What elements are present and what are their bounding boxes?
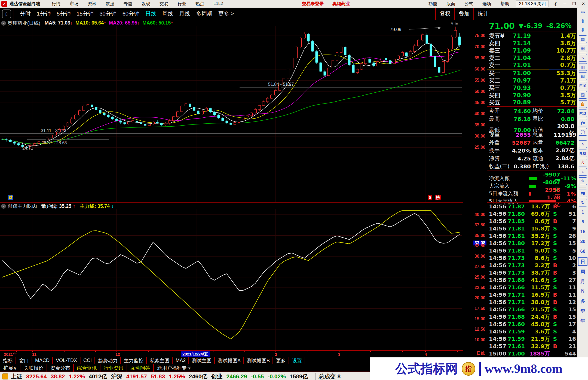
- sell-row[interactable]: 卖三71.0910.7万: [487, 47, 578, 54]
- custom-icon[interactable]: 自: [579, 100, 587, 108]
- indicator-tab[interactable]: 测试幅图B: [244, 357, 273, 364]
- tick-row[interactable]: 14:5671.8017.2万S15: [487, 240, 578, 247]
- menu-item[interactable]: 功能: [428, 1, 437, 7]
- sell-row[interactable]: 卖五¥71.191.4万: [487, 32, 578, 39]
- menu-item[interactable]: 资讯: [88, 1, 96, 7]
- buy-row[interactable]: 买一71.0053.3万: [487, 69, 578, 77]
- tick-row[interactable]: 14:5671.858.6万B7: [487, 218, 578, 225]
- menu-item[interactable]: 行业: [177, 1, 186, 7]
- sell-row[interactable]: 卖一71.010.7万: [487, 61, 578, 69]
- menu-item[interactable]: 市场: [70, 1, 78, 7]
- multi-window-icon[interactable]: ▧: [579, 72, 587, 80]
- menu-item[interactable]: 专题: [124, 1, 132, 7]
- structure-icon[interactable]: ▨: [579, 91, 587, 99]
- main-candle-chart[interactable]: 79.0951.84 - 51.9731.11 - 31.2328.57 - 2…: [0, 26, 463, 202]
- info-tab[interactable]: 资金分布: [47, 364, 74, 372]
- stock-shortcut[interactable]: 奥翔药业: [332, 1, 350, 7]
- strip-period-周[interactable]: 周: [578, 267, 587, 276]
- strip-period-月[interactable]: 月: [578, 276, 587, 286]
- strip-period-季[interactable]: 季: [578, 306, 587, 316]
- indicator-tab[interactable]: VOL-TDX: [53, 357, 80, 364]
- period-tab[interactable]: 30分钟: [100, 10, 117, 17]
- tick-list[interactable]: 14:5671.8713.7万B614:5671.8069.6万S5114:56…: [487, 203, 578, 357]
- rank-number-badge[interactable]: 5: [428, 195, 432, 200]
- period-tab[interactable]: 1分钟: [37, 10, 51, 17]
- strip-period-N[interactable]: N: [578, 286, 587, 296]
- menu-item[interactable]: 公式: [464, 1, 473, 7]
- info-tab[interactable]: 综合资讯: [74, 364, 100, 372]
- info-tab[interactable]: 关联报价: [20, 364, 47, 372]
- menu-item[interactable]: 发现: [142, 1, 150, 7]
- indicator-tab[interactable]: 私募主图: [147, 357, 173, 364]
- scroll-down-icon[interactable]: ⇩: [578, 26, 587, 35]
- finance-badge[interactable]: 财: [8, 195, 13, 200]
- draw-icon[interactable]: ✎: [579, 177, 587, 185]
- strip-period-15[interactable]: 15: [578, 227, 587, 237]
- period-tab[interactable]: 周线: [162, 10, 173, 17]
- crosshair-icon[interactable]: +: [579, 168, 587, 176]
- menu-item[interactable]: 帮助: [500, 1, 509, 7]
- tick-row[interactable]: 14:5671.6841.6万S27: [487, 276, 578, 284]
- menu-item[interactable]: 热点: [195, 1, 204, 7]
- restore-icon[interactable]: ❐: [569, 1, 579, 6]
- tick-row[interactable]: 14:5671.8115.8万S9: [487, 225, 578, 232]
- trend-line-icon[interactable]: ∿: [579, 54, 587, 62]
- buy-row[interactable]: 买四70.903.5万: [487, 92, 578, 99]
- tick-row[interactable]: 14:5671.8713.7万B6: [487, 203, 578, 210]
- menu-item[interactable]: L1L2: [213, 1, 223, 7]
- refresh-icon[interactable]: ↻: [579, 199, 587, 206]
- rank-badge[interactable]: 榜: [435, 195, 441, 200]
- tick-row[interactable]: 14:5671.6824.4万B15: [487, 313, 578, 321]
- indicator-tab[interactable]: 指标: [0, 357, 16, 364]
- tick-row[interactable]: 14:5671.738.6万S10: [487, 254, 578, 262]
- tick-row[interactable]: 14:5671.8135.2万S26: [487, 232, 578, 240]
- indicator-tab[interactable]: 设置: [289, 357, 305, 364]
- close-icon[interactable]: ✕: [579, 1, 588, 6]
- circle-icon[interactable]: ◯: [579, 128, 587, 136]
- tick-row[interactable]: 14:5671.7138.0万B12: [487, 299, 578, 306]
- period-tab[interactable]: 日线: [145, 10, 156, 17]
- indicator-tab[interactable]: 测试主图: [189, 357, 215, 364]
- indicator-tab[interactable]: 更多: [273, 357, 289, 364]
- collapse-icon[interactable]: ❮: [551, 1, 560, 6]
- strip-period-1[interactable]: 1: [578, 207, 587, 217]
- tick-row[interactable]: 15:0071.001885万544: [487, 350, 578, 357]
- info-tab[interactable]: 扩展∧: [0, 364, 20, 372]
- indicator-chart[interactable]: [0, 209, 463, 350]
- tick-row[interactable]: 14:5671.6621.5万S15: [487, 306, 578, 313]
- tick-row[interactable]: 14:5671.815.0万S5: [487, 247, 578, 254]
- period-tab[interactable]: 多周期: [196, 10, 212, 17]
- chevron-down-icon[interactable]: ∨: [1, 204, 6, 209]
- date-axis[interactable]: 2021/12/24/五 2021年1112234: [0, 350, 463, 357]
- report-icon[interactable]: ▤: [579, 35, 587, 43]
- formula-icon[interactable]: ƒx: [579, 119, 587, 126]
- tick-row[interactable]: 14:5671.6045.8万S17: [487, 321, 578, 328]
- back-arrow-icon[interactable]: ⇦: [578, 8, 587, 17]
- indicator-tab[interactable]: MA2: [173, 357, 189, 364]
- tool-button[interactable]: 复权: [435, 8, 454, 20]
- period-tab[interactable]: 分时: [20, 10, 31, 17]
- layout-switch-icon[interactable]: ▯: [2, 10, 11, 18]
- strip-period-多[interactable]: 多: [578, 296, 587, 306]
- strip-period-60[interactable]: 60: [578, 247, 587, 256]
- buy-row[interactable]: 买二70.977.1万: [487, 77, 578, 84]
- market-status-icon[interactable]: [2, 373, 8, 379]
- menu-item[interactable]: 版面: [446, 1, 455, 7]
- tick-row[interactable]: 14:5671.732.2万B2: [487, 262, 578, 269]
- tick-row[interactable]: 14:5671.593.6万S4: [487, 328, 578, 335]
- menu-item[interactable]: 数据: [106, 1, 114, 7]
- tick-row[interactable]: 14:5771.6132.9万B21: [487, 343, 578, 350]
- menu-item[interactable]: 交易: [160, 1, 168, 7]
- period-tab[interactable]: 60分钟: [122, 10, 139, 17]
- scroll-up-icon[interactable]: ⇧: [578, 17, 587, 26]
- info-tab[interactable]: 行业资讯: [100, 364, 127, 372]
- wave-icon[interactable]: ∿: [579, 140, 587, 148]
- info-tab[interactable]: 互动问答: [127, 364, 154, 372]
- ranking-icon[interactable]: ▦: [579, 45, 587, 52]
- f10-icon[interactable]: F10: [579, 82, 587, 89]
- period-tab[interactable]: 5分钟: [57, 10, 71, 17]
- indicator-tab[interactable]: 窗口: [16, 357, 32, 364]
- buy-row[interactable]: 买五70.895.7万: [487, 99, 578, 106]
- indicator-tab[interactable]: CCI: [80, 357, 95, 364]
- indicator-tab[interactable]: 主力监控: [121, 357, 147, 364]
